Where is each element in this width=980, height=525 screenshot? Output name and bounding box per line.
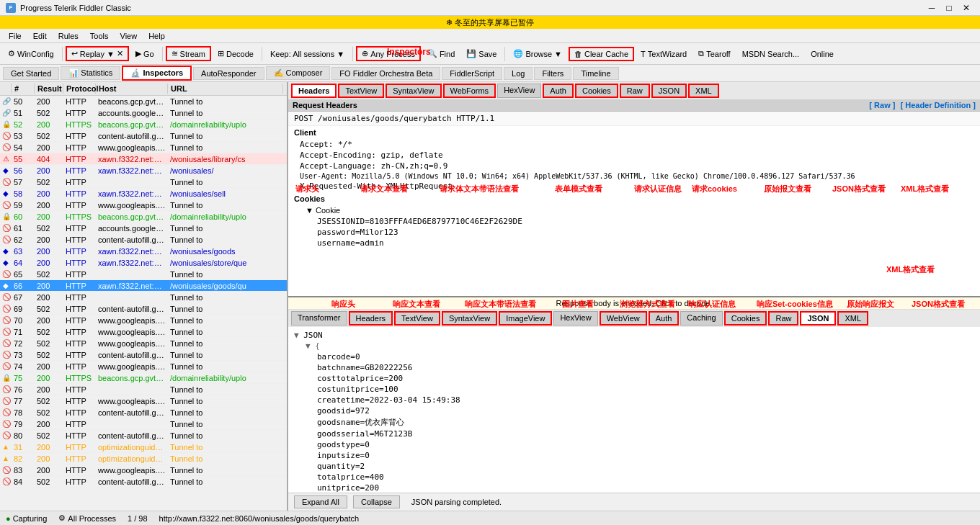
resp-tab-caching[interactable]: Caching: [680, 311, 722, 326]
session-row-31[interactable]: ▲ 31 200 HTTP optimizationguide-pa... Tu…: [0, 441, 287, 453]
maximize-button[interactable]: □: [941, 1, 957, 14]
any-process-button[interactable]: ⊕ Any Process: [356, 46, 421, 61]
tab-inspectors[interactable]: 🔬 Inspectors: [122, 66, 192, 81]
menu-tools[interactable]: Tools: [84, 30, 115, 42]
resp-tab-webview[interactable]: WebView: [600, 311, 647, 326]
expand-all-button[interactable]: Expand All: [294, 495, 347, 508]
tab-get-started[interactable]: Get Started: [3, 67, 59, 80]
req-tab-json[interactable]: JSON: [651, 84, 687, 98]
session-row-84[interactable]: 🚫 84 502 HTTP content-autofill.goo... Tu…: [0, 476, 287, 488]
winconfig-button[interactable]: ⚙ WinConfig: [3, 47, 59, 60]
req-tab-xml[interactable]: XML: [688, 84, 719, 98]
tab-autoresponder[interactable]: AutoResponder: [193, 67, 264, 80]
session-row-64[interactable]: ◆ 64 200 HTTP xawn.f3322.net:8060 /woniu…: [0, 257, 287, 269]
tab-filters[interactable]: Filters: [534, 67, 571, 80]
session-row-70[interactable]: 🚫 70 200 HTTP www.googleapis.com Tunnel …: [0, 315, 287, 326]
keep-button[interactable]: Keep: All sessions ▼: [265, 48, 349, 60]
session-row-66[interactable]: ◆ 66 200 HTTP xawn.f3322.net:8060 /woniu…: [0, 280, 287, 292]
session-row-51[interactable]: 🔗 51 502 HTTP accounts.google.com Tunnel…: [0, 107, 287, 119]
resp-tab-cookies[interactable]: Cookies: [724, 311, 767, 326]
resp-tab-syntaxview[interactable]: SyntaxView: [442, 311, 497, 326]
req-raw-link[interactable]: [ Raw ]: [869, 101, 895, 109]
online-button[interactable]: Online: [806, 48, 839, 60]
session-row-78[interactable]: 🚫 78 502 HTTP content-autofill.googl Tun…: [0, 407, 287, 418]
req-tab-headers[interactable]: Headers: [291, 84, 337, 98]
find-button[interactable]: 🔍 Find: [422, 47, 460, 60]
decode-button[interactable]: ⊞ Decode: [213, 47, 259, 60]
clear-cache-button[interactable]: 🗑 Clear Cache: [569, 47, 634, 61]
resp-tab-raw[interactable]: Raw: [768, 311, 798, 326]
resp-tab-hexview[interactable]: HexView: [553, 311, 597, 326]
session-row-77[interactable]: 🚫 77 502 HTTP www.googleapis.com Tunnel …: [0, 395, 287, 407]
msdn-button[interactable]: MSDN Search...: [737, 48, 804, 60]
textwizard-button[interactable]: T TextWizard: [636, 48, 692, 60]
session-row-83[interactable]: 🚫 83 200 HTTP www.googleapis.com Tunnel …: [0, 465, 287, 476]
req-header-def-link[interactable]: [ Header Definition ]: [900, 101, 976, 109]
session-row-65[interactable]: 🚫 65 502 HTTP Tunnel to: [0, 269, 287, 280]
session-row-61[interactable]: 🚫 61 502 HTTP accounts.google.com Tunnel…: [0, 223, 287, 234]
session-row-67[interactable]: 🚫 67 200 HTTP Tunnel to: [0, 292, 287, 303]
save-button[interactable]: 💾 Save: [461, 47, 502, 60]
json-expand-obj[interactable]: ▼ {: [306, 341, 320, 351]
session-row-60[interactable]: 🔒 60 200 HTTPS beacons.gcp.gvt2.c... /do…: [0, 211, 287, 223]
minimize-button[interactable]: ─: [924, 1, 940, 14]
session-row-73[interactable]: 🚫 73 502 HTTP content-autofill.googl Tun…: [0, 349, 287, 361]
session-row-80[interactable]: 🚫 80 502 HTTP content-autofill.googl Tun…: [0, 430, 287, 441]
req-tab-hexview[interactable]: HexView: [497, 84, 541, 98]
session-row-82[interactable]: ▲ 82 200 HTTP optimizationguide-pa... Tu…: [0, 453, 287, 465]
req-tab-textview[interactable]: TextView: [338, 84, 384, 98]
session-row-72[interactable]: 🚫 72 502 HTTP www.googleapis.com Tunnel …: [0, 338, 287, 349]
menu-help[interactable]: Help: [143, 30, 171, 42]
resp-tab-textview[interactable]: TextView: [394, 311, 440, 326]
menu-rules[interactable]: Rules: [53, 30, 84, 42]
resp-encoded-bar[interactable]: Response body is encoded. Click to decod…: [288, 297, 980, 310]
menu-view[interactable]: View: [115, 30, 143, 42]
req-tab-cookies[interactable]: Cookies: [575, 84, 618, 98]
resp-tab-transformer[interactable]: Transformer: [291, 311, 347, 326]
session-row-54[interactable]: 🚫 54 200 HTTP www.googleapis.com Tunnel …: [0, 142, 287, 153]
resp-tab-headers[interactable]: Headers: [349, 311, 393, 326]
tearoff-button[interactable]: ⧉ Tearoff: [693, 47, 735, 60]
req-tab-raw[interactable]: Raw: [620, 84, 650, 98]
session-row-59[interactable]: 🚫 59 200 HTTP www.googleapis.com Tunnel …: [0, 199, 287, 211]
go-button[interactable]: ▶ Go: [130, 47, 159, 60]
replay-button[interactable]: ↩ Replay ▼ ✕: [66, 46, 129, 61]
session-row-57[interactable]: 🚫 57 502 HTTP Tunnel to: [0, 176, 287, 188]
resp-tab-xml[interactable]: XML: [837, 311, 868, 326]
tab-fiddler-orchestra[interactable]: FO Fiddler Orchestra Beta: [331, 67, 440, 80]
resp-tab-auth[interactable]: Auth: [649, 311, 680, 326]
session-row-56[interactable]: ◆ 56 200 HTTP xawn.f3322.net:8060 /woniu…: [0, 165, 287, 176]
resp-tab-json[interactable]: JSON: [800, 311, 836, 326]
session-row-50[interactable]: 🔗 50 200 HTTP beacons.gcp.gvt2.c... Tunn…: [0, 96, 287, 107]
row-57-icon: 🚫: [0, 178, 12, 186]
req-headers-label: Headers: [298, 86, 329, 95]
session-row-75[interactable]: 🔒 75 200 HTTPS beacons.gcp.gvt2.c... /do…: [0, 372, 287, 384]
collapse-button[interactable]: Collapse: [353, 495, 400, 508]
session-row-62[interactable]: 🚫 62 200 HTTP content-autofill.googl Tun…: [0, 234, 287, 246]
session-row-53[interactable]: 🚫 53 502 HTTP content-autofill.googl Tun…: [0, 130, 287, 142]
tab-fiddlerscript[interactable]: FiddlerScript: [442, 67, 502, 80]
session-row-52[interactable]: 🔒 52 200 HTTPS beacons.gcp.gvt2.c... /do…: [0, 119, 287, 130]
json-expand-root[interactable]: ▼: [294, 331, 299, 340]
menu-edit[interactable]: Edit: [27, 30, 53, 42]
req-tab-auth[interactable]: Auth: [543, 84, 574, 98]
session-row-58[interactable]: ◆ 58 200 HTTP xawn.f3322.net:8060 /woniu…: [0, 188, 287, 199]
session-row-76[interactable]: 🚫 76 200 HTTP Tunnel to: [0, 384, 287, 395]
session-row-69[interactable]: 🚫 69 502 HTTP content-autofill.googl Tun…: [0, 303, 287, 315]
tab-timeline[interactable]: Timeline: [573, 67, 618, 80]
browse-button[interactable]: 🌐 Browse ▼: [508, 47, 567, 60]
session-row-74[interactable]: 🚫 74 200 HTTP www.googleapis.com Tunnel …: [0, 361, 287, 372]
req-tab-syntaxview[interactable]: SyntaxView: [386, 84, 441, 98]
tab-statistics[interactable]: 📊 Statistics: [61, 66, 120, 80]
stream-button[interactable]: ≋ Stream: [166, 46, 211, 61]
session-row-55[interactable]: ⚠ 55 404 HTTP xawn.f3322.net:8060 /woniu…: [0, 153, 287, 165]
tab-composer[interactable]: ✍ Composer: [266, 66, 331, 80]
req-tab-webforms[interactable]: WebForms: [443, 84, 496, 98]
session-row-79[interactable]: 🚫 79 200 HTTP Tunnel to: [0, 418, 287, 430]
menu-file[interactable]: File: [3, 30, 27, 42]
resp-tab-imageview[interactable]: ImageView: [499, 311, 552, 326]
session-row-71[interactable]: 🚫 71 502 HTTP www.googleapis.com: Tunnel…: [0, 326, 287, 338]
session-row-63[interactable]: ◆ 63 200 HTTP xawn.f3322.net:8060 /woniu…: [0, 246, 287, 257]
close-button[interactable]: ✕: [958, 1, 974, 14]
tab-log[interactable]: Log: [504, 67, 533, 80]
